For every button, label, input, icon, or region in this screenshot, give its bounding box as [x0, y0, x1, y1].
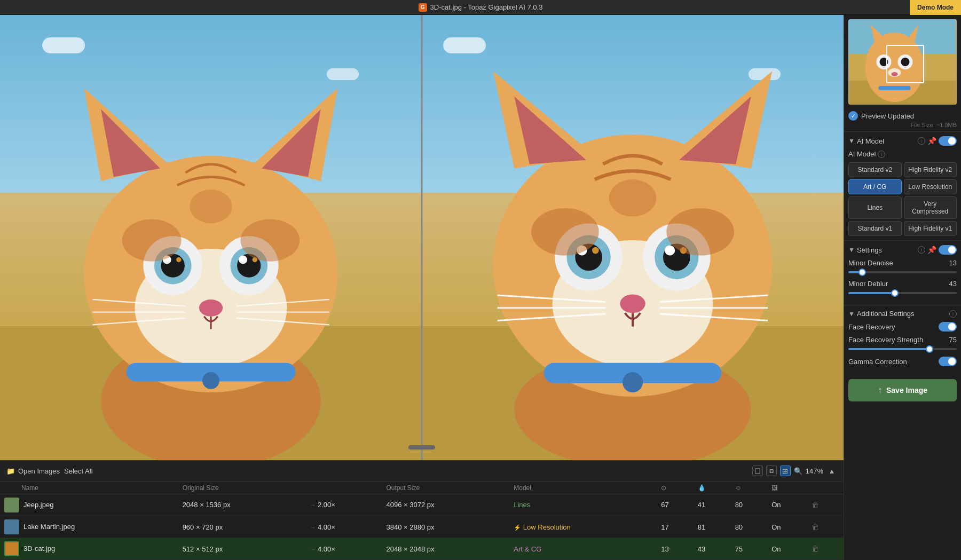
gamma-correction-row: Gamma Correction — [848, 357, 957, 366]
gamma-correction-toggle-knob — [948, 358, 956, 365]
additional-settings-collapse[interactable]: ▼ — [848, 310, 855, 318]
minor-deblur-label: Minor Deblur — [848, 280, 941, 288]
arrow-icon: → — [310, 524, 316, 531]
split-view — [0, 15, 844, 460]
file-name-cell: Jeep.jpeg — [0, 494, 178, 516]
delete-icon[interactable]: 🗑 — [812, 545, 819, 553]
file-thumbnail — [4, 541, 19, 556]
delete-icon[interactable]: 🗑 — [812, 523, 819, 531]
titlebar: G 3D-cat.jpg - Topaz Gigapixel AI 7.0.3 … — [0, 0, 961, 15]
gamma-correction-toggle[interactable] — [939, 357, 957, 366]
col-denoise: ⊙ — [657, 482, 694, 494]
svg-point-26 — [122, 219, 182, 261]
preview-container[interactable] — [0, 15, 844, 460]
arrow-icon: → — [310, 546, 316, 553]
zoom-level: 147% — [806, 467, 823, 475]
delete-cell[interactable]: 🗑 — [807, 494, 844, 516]
col1-cell: 67 — [657, 494, 694, 516]
ai-model-pin-icon[interactable]: 📌 — [927, 137, 936, 145]
save-image-button[interactable]: ↑ Save Image — [848, 379, 957, 401]
model-btn-high_fidelity_v2[interactable]: High Fidelity v2 — [904, 162, 957, 177]
expand-button[interactable]: ▲ — [826, 466, 837, 476]
ai-model-toggle[interactable] — [939, 136, 957, 146]
ai-model-collapse[interactable]: ▼ — [848, 137, 855, 145]
original-size-cell: 960 × 720 px — [178, 516, 306, 538]
face-recovery-toggle[interactable] — [939, 322, 957, 332]
ai-model-info-icon[interactable]: i — [918, 137, 925, 145]
preview-thumb-area: ⋯ — [844, 15, 961, 109]
model-cell: Lines — [509, 494, 657, 516]
settings-area: Minor Denoise 13 Minor Deblur 43 — [844, 257, 961, 305]
zoom-display: ☐ ⧈ ⊞ 🔍 147% ▲ — [752, 466, 837, 476]
table-row[interactable]: Lake Martin.jpeg 960 × 720 px → 4.00× 38… — [0, 516, 844, 538]
svg-point-27 — [240, 219, 300, 261]
face-recovery-thumb[interactable] — [926, 345, 933, 353]
col2-cell: 41 — [694, 494, 731, 516]
demo-badge: Demo Mode — [910, 0, 961, 15]
minor-deblur-row: Minor Deblur 43 — [848, 280, 957, 288]
face-recovery-fill — [848, 348, 930, 350]
settings-pin-icon[interactable]: 📌 — [927, 246, 936, 254]
svg-point-57 — [609, 179, 657, 217]
delete-cell[interactable]: 🗑 — [807, 516, 844, 538]
model-cell: Art & CG — [509, 538, 657, 560]
col2-cell: 81 — [694, 516, 731, 538]
grid-view-button[interactable]: ⊞ — [780, 466, 791, 476]
arrow-cell: → 4.00× — [305, 516, 382, 538]
table-row[interactable]: Jeep.jpeg 2048 × 1536 px → 2.00× 4096 × … — [0, 494, 844, 516]
cat-left — [0, 37, 422, 460]
svg-point-55 — [531, 208, 599, 256]
model-btn-standard_v1[interactable]: Standard v1 — [848, 221, 902, 236]
additional-settings-info-icon[interactable]: i — [949, 310, 957, 318]
svg-point-15 — [176, 257, 182, 262]
split-divider[interactable] — [421, 15, 423, 460]
table-row[interactable]: 3D-cat.jpg 512 × 512 px → 4.00× 2048 × 2… — [0, 538, 844, 560]
split-view-button[interactable]: ⧈ — [766, 466, 777, 476]
file-size-text: File Size: ~1.0MB — [844, 122, 961, 131]
model-btn-art_cg[interactable]: Art / CG — [848, 179, 902, 194]
svg-point-28 — [190, 190, 232, 223]
col4-cell: On — [767, 516, 807, 538]
model-btn-low_resolution[interactable]: Low Resolution — [904, 179, 957, 194]
check-icon: ✓ — [848, 111, 858, 121]
model-btn-standard_v2[interactable]: Standard v2 — [848, 162, 902, 177]
delete-icon[interactable]: 🗑 — [812, 501, 819, 509]
model-btn-very_compressed[interactable]: Very Compressed — [904, 196, 957, 219]
split-handle[interactable] — [408, 445, 435, 449]
svg-point-43 — [665, 245, 675, 255]
file-thumbnail — [4, 498, 19, 512]
settings-info-icon[interactable]: i — [918, 246, 925, 254]
col1-cell: 13 — [657, 538, 694, 560]
output-size-cell: 2048 × 2048 px — [382, 538, 509, 560]
model-cell: ⚡ Low Resolution — [509, 516, 657, 538]
settings-toggle[interactable] — [939, 245, 957, 255]
col2-cell: 43 — [694, 538, 731, 560]
folder-icon: 📁 — [6, 467, 15, 475]
minor-denoise-slider[interactable] — [848, 271, 957, 273]
model-info-icon[interactable]: i — [878, 151, 885, 158]
model-btn-lines[interactable]: Lines — [848, 196, 902, 219]
file-list: Name Original Size Output Size Model ⊙ 💧… — [0, 482, 844, 561]
arrow-cell: → 4.00× — [305, 538, 382, 560]
delete-cell[interactable]: 🗑 — [807, 538, 844, 560]
ai-model-toggle-knob — [948, 137, 956, 145]
face-recovery-strength-slider[interactable] — [848, 348, 957, 350]
settings-collapse[interactable]: ▼ — [848, 246, 855, 254]
open-images-button[interactable]: 📁 Open Images — [6, 467, 60, 475]
col3-cell: 80 — [731, 494, 768, 516]
file-name: 3D-cat.jpg — [23, 545, 55, 553]
col-arrow — [305, 482, 382, 494]
additional-settings-title: Additional Settings — [857, 310, 947, 318]
model-btn-high_fidelity_v1[interactable]: High Fidelity v1 — [904, 221, 957, 236]
minor-denoise-thumb[interactable] — [858, 269, 866, 276]
single-view-button[interactable]: ☐ — [752, 466, 763, 476]
main-content: 📁 Open Images Select All ☐ ⧈ ⊞ 🔍 147% ▲ … — [0, 15, 961, 560]
svg-point-44 — [592, 247, 599, 254]
more-options-button[interactable]: ⋯ — [947, 19, 957, 29]
select-all-button[interactable]: Select All — [64, 467, 92, 475]
settings-toggle-knob — [948, 246, 956, 254]
minor-deblur-slider[interactable] — [848, 292, 957, 294]
file-table: Name Original Size Output Size Model ⊙ 💧… — [0, 482, 844, 561]
minor-deblur-thumb[interactable] — [891, 289, 899, 297]
split-right — [422, 15, 844, 460]
